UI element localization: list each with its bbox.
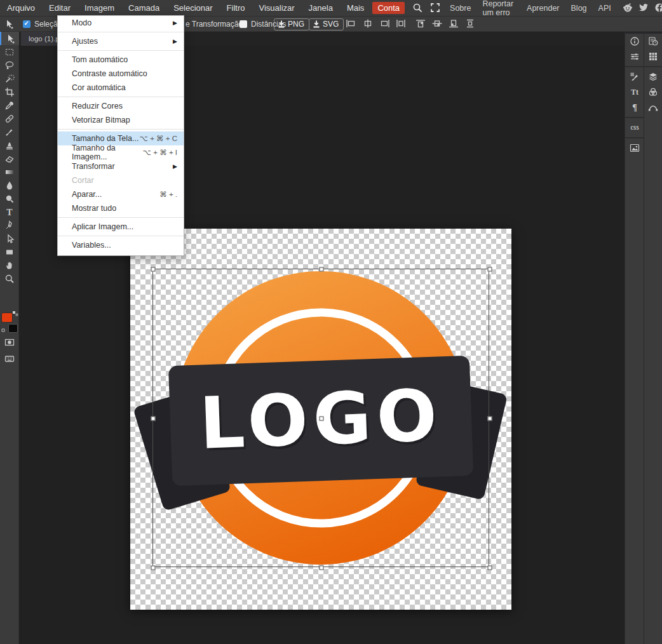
image-menu-item-cor-autom-tica[interactable]: Cor automática <box>58 81 184 95</box>
menu-item-filtro[interactable]: Filtro <box>220 0 252 17</box>
hand-tool-button[interactable] <box>0 258 19 272</box>
transform-selection-box[interactable] <box>152 269 489 567</box>
align-center-v-icon[interactable] <box>431 18 445 30</box>
clone-stamp-tool-button[interactable] <box>0 138 19 152</box>
menu-item-janela[interactable]: Janela <box>302 0 340 17</box>
channels-panel-button[interactable] <box>644 84 662 100</box>
path-select-tool-button[interactable] <box>0 232 19 245</box>
align-left-icon[interactable] <box>345 18 359 30</box>
foreground-color-swatch[interactable] <box>1 312 13 323</box>
transform-handle[interactable] <box>151 267 156 272</box>
fullscreen-icon[interactable] <box>430 3 440 13</box>
link-aprender[interactable]: Aprender <box>521 4 565 13</box>
mask-mode-button[interactable] <box>0 335 19 349</box>
image-panel-panel-button[interactable] <box>625 140 644 156</box>
image-menu-item-vetorizar-bitmap[interactable]: Vetorizar Bitmap <box>58 113 184 127</box>
image-menu-item-mostrar-tudo[interactable]: Mostrar tudo <box>58 201 184 215</box>
link-sobre[interactable]: Sobre <box>444 4 476 13</box>
image-menu-item-ajustes[interactable]: Ajustes▶ <box>58 34 184 48</box>
paragraph-panel-button[interactable]: ¶ <box>625 100 644 115</box>
align-top-icon[interactable] <box>414 18 428 30</box>
menu-item-editar[interactable]: Editar <box>42 0 78 17</box>
image-menu-item-transformar[interactable]: Transformar▶ <box>58 159 184 173</box>
image-menu-item-reduzir-cores[interactable]: Reduzir Cores <box>58 99 184 113</box>
image-menu-item-contraste-autom-tico[interactable]: Contraste automático <box>58 67 184 81</box>
menu-item-mais[interactable]: Mais <box>340 0 371 17</box>
search-icon[interactable] <box>412 3 422 13</box>
magic-wand-tool-button[interactable] <box>0 72 19 85</box>
account-button[interactable]: Conta <box>372 2 405 14</box>
transform-handle[interactable] <box>320 267 324 272</box>
facebook-icon[interactable] <box>654 3 662 13</box>
pen-tool-button[interactable] <box>0 218 19 232</box>
color-swatches[interactable] <box>1 311 18 333</box>
image-menu-item-modo[interactable]: Modo▶ <box>58 16 184 30</box>
export-svg-button[interactable]: SVG <box>309 18 344 30</box>
css-panel-button[interactable]: CSS <box>625 120 644 135</box>
background-color-swatch[interactable] <box>8 324 18 333</box>
zoom-tool-button[interactable] <box>0 272 19 285</box>
link-blog[interactable]: Blog <box>565 4 593 13</box>
export-png-button[interactable]: PNG <box>274 18 309 30</box>
swatches-panel-button[interactable] <box>644 49 662 64</box>
menu-item-arquivo[interactable]: Arquivo <box>0 0 42 17</box>
image-menu-item-tom-autom-tico[interactable]: Tom automático <box>58 53 184 67</box>
align-right-icon[interactable] <box>378 18 392 30</box>
move-tool-button[interactable] <box>0 32 19 45</box>
menu-bar-links: SobreReportar um erroAprenderBlogAPI <box>444 0 662 17</box>
menu-item-selecionar[interactable]: Selecionar <box>166 0 219 17</box>
gradient-tool-button[interactable] <box>0 165 19 178</box>
transform-handle[interactable] <box>320 566 324 570</box>
dodge-tool-button[interactable] <box>0 192 19 205</box>
menu-item-camada[interactable]: Camada <box>121 0 166 17</box>
marquee-tool-button[interactable] <box>0 45 19 58</box>
type-tool-button[interactable]: T <box>0 205 19 218</box>
info-panel-button[interactable] <box>625 34 644 49</box>
menu-item-visualizar[interactable]: Visualizar <box>252 0 301 17</box>
image-menu-item-variables[interactable]: Variables... <box>58 238 184 252</box>
link-reportar-um-erro[interactable]: Reportar um erro <box>476 0 521 17</box>
align-center-h-icon[interactable] <box>361 18 375 30</box>
character-panel-button[interactable]: Tt <box>625 84 644 100</box>
brush-settings-panel-button[interactable] <box>625 69 644 84</box>
link-api[interactable]: API <box>593 4 617 13</box>
distribute-v-icon[interactable] <box>464 18 478 30</box>
image-menu-item-aplicar-imagem[interactable]: Aplicar Imagem... <box>58 220 184 234</box>
swap-colors-icon[interactable] <box>13 311 18 316</box>
eyedropper-tool-button[interactable] <box>0 98 19 112</box>
history-panel-button[interactable] <box>644 34 662 49</box>
image-menu-item-tamanho-da-imagem[interactable]: Tamanho da Imagem...⌥ + ⌘ + I <box>58 145 184 159</box>
menu-shortcut: ⌘ + . <box>159 190 177 199</box>
eraser-tool-button[interactable] <box>0 152 19 165</box>
transform-handle[interactable] <box>488 267 492 272</box>
paths-panel-button[interactable] <box>644 100 662 115</box>
auto-select-checkbox[interactable] <box>23 20 30 28</box>
transform-handle[interactable] <box>151 566 156 570</box>
reddit-icon[interactable] <box>623 3 633 13</box>
dock-separator <box>644 66 662 67</box>
transform-handle[interactable] <box>488 566 492 570</box>
distribute-h-icon[interactable] <box>395 18 409 30</box>
transform-handle[interactable] <box>488 417 492 421</box>
menu-separator <box>58 50 184 51</box>
default-colors-icon[interactable] <box>1 328 6 333</box>
heal-tool-button[interactable] <box>0 112 19 125</box>
keyboard-shortcuts-button[interactable] <box>0 352 19 365</box>
menu-separator <box>58 129 184 130</box>
menu-item-imagem[interactable]: Imagem <box>78 0 121 17</box>
menu-separator <box>58 97 184 97</box>
transform-handle[interactable] <box>151 417 156 421</box>
image-menu-item-aparar[interactable]: Aparar...⌘ + . <box>58 187 184 201</box>
lasso-tool-button[interactable] <box>0 58 19 72</box>
twitter-icon[interactable] <box>638 3 649 13</box>
blur-tool-button[interactable] <box>0 178 19 192</box>
transform-handle[interactable] <box>320 417 324 421</box>
layers-panel-button[interactable] <box>644 69 662 84</box>
align-group-2 <box>414 17 480 32</box>
distances-checkbox[interactable] <box>240 20 247 28</box>
adjustments-panel-button[interactable] <box>625 49 644 64</box>
crop-tool-button[interactable] <box>0 85 19 98</box>
shape-tool-button[interactable] <box>0 245 19 258</box>
brush-tool-button[interactable] <box>0 125 19 138</box>
align-bottom-icon[interactable] <box>447 18 461 30</box>
